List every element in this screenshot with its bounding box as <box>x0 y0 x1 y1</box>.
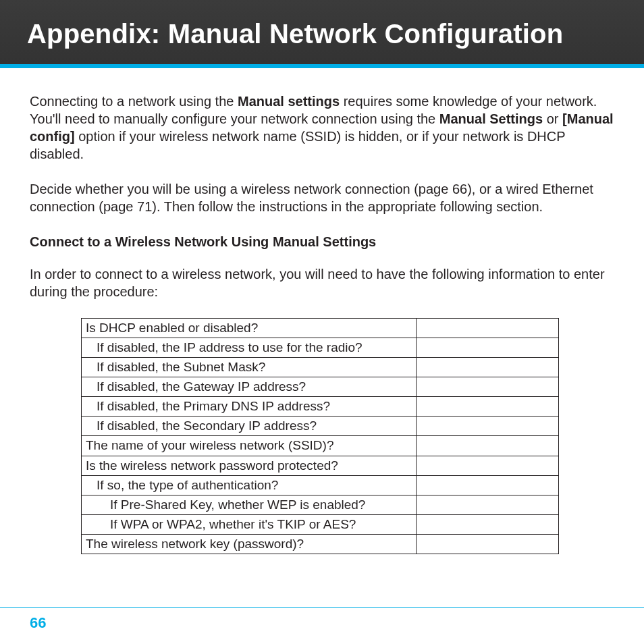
table-row: Is the wireless network password protect… <box>82 456 559 475</box>
table-cell-question: If disabled, the Secondary IP address? <box>82 417 417 436</box>
table-cell-question: The name of your wireless network (SSID)… <box>82 436 417 456</box>
table-cell-value <box>417 534 559 554</box>
table-row: If disabled, the Primary DNS IP address? <box>82 397 559 417</box>
info-table: Is DHCP enabled or disabled? If disabled… <box>81 318 559 554</box>
table-cell-value <box>417 358 559 377</box>
table-cell-question: The wireless network key (password)? <box>82 534 417 554</box>
table-row: The wireless network key (password)? <box>82 534 559 554</box>
text: If disabled, the IP address to use for t… <box>86 339 412 356</box>
table-cell-question: If WPA or WPA2, whether it's TKIP or AES… <box>82 514 417 534</box>
bold-manual-settings: Manual settings <box>238 94 340 109</box>
table-row: If Pre-Shared Key, whether WEP is enable… <box>82 495 559 514</box>
intro-paragraph-3: In order to connect to a wireless networ… <box>30 265 614 300</box>
table-cell-question: Is the wireless network password protect… <box>82 456 417 475</box>
table-cell-value <box>417 436 559 456</box>
table-cell-question: If disabled, the Subnet Mask? <box>82 358 417 377</box>
table-row: If disabled, the Gateway IP address? <box>82 377 559 397</box>
table-cell-value <box>417 495 559 514</box>
table-cell-value <box>417 456 559 475</box>
table-cell-question: Is DHCP enabled or disabled? <box>82 319 417 338</box>
network-info-table: Is DHCP enabled or disabled? If disabled… <box>81 318 559 554</box>
text: If disabled, the Subnet Mask? <box>86 358 412 375</box>
table-cell-value <box>417 338 559 358</box>
table-cell-value <box>417 377 559 397</box>
table-cell-question: If Pre-Shared Key, whether WEP is enable… <box>82 495 417 514</box>
text: If so, the type of authentication? <box>86 477 412 493</box>
table-row: Is DHCP enabled or disabled? <box>82 319 559 338</box>
text: option if your wireless network name (SS… <box>30 129 565 161</box>
header-band: Appendix: Manual Network Configuration <box>0 0 644 68</box>
table-cell-value <box>417 397 559 417</box>
table-cell-question: If disabled, the Primary DNS IP address? <box>82 397 417 417</box>
page-footer: 66 <box>0 607 644 644</box>
text: If disabled, the Primary DNS IP address? <box>86 398 412 414</box>
table-cell-question: If so, the type of authentication? <box>82 475 417 495</box>
table-row: If disabled, the Secondary IP address? <box>82 417 559 436</box>
text: If disabled, the Gateway IP address? <box>86 378 412 395</box>
table-row: If WPA or WPA2, whether it's TKIP or AES… <box>82 514 559 534</box>
bold-manual-settings-2: Manual Settings <box>439 111 543 126</box>
text: If Pre-Shared Key, whether WEP is enable… <box>86 496 412 513</box>
table-row: If disabled, the Subnet Mask? <box>82 358 559 377</box>
table-cell-question: If disabled, the Gateway IP address? <box>82 377 417 397</box>
table-cell-value <box>417 475 559 495</box>
table-cell-question: If disabled, the IP address to use for t… <box>82 338 417 358</box>
section-heading: Connect to a Wireless Network Using Manu… <box>30 233 614 250</box>
page-number: 66 <box>30 614 46 631</box>
table-row: If disabled, the IP address to use for t… <box>82 338 559 358</box>
table-cell-value <box>417 319 559 338</box>
text: Connecting to a network using the <box>30 94 238 109</box>
intro-paragraph-2: Decide whether you will be using a wirel… <box>30 180 614 215</box>
table-cell-value <box>417 514 559 534</box>
page-title: Appendix: Manual Network Configuration <box>27 19 617 49</box>
content-body: Connecting to a network using the Manual… <box>0 68 644 554</box>
table-cell-value <box>417 417 559 436</box>
text: or <box>543 111 562 126</box>
table-row: If so, the type of authentication? <box>82 475 559 495</box>
table-row: The name of your wireless network (SSID)… <box>82 436 559 456</box>
text: If disabled, the Secondary IP address? <box>86 417 412 434</box>
text: If WPA or WPA2, whether it's TKIP or AES… <box>86 516 412 533</box>
intro-paragraph-1: Connecting to a network using the Manual… <box>30 92 614 163</box>
